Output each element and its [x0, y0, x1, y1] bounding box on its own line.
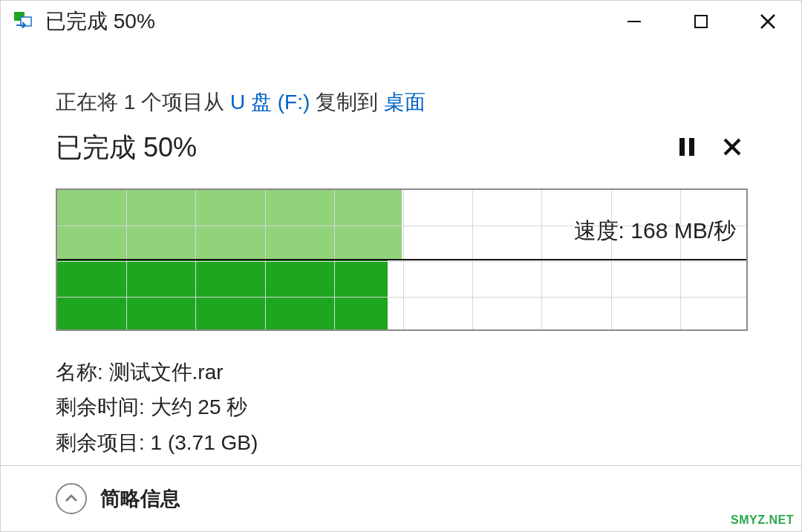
op-mid: 复制到	[310, 91, 384, 114]
status-controls	[677, 136, 746, 161]
minimize-button[interactable]	[601, 1, 668, 42]
minimize-icon	[625, 12, 644, 31]
maximize-button[interactable]	[668, 1, 734, 42]
toggle-details-label[interactable]: 简略信息	[100, 485, 180, 512]
detail-items: 剩余项目: 1 (3.71 GB)	[56, 427, 746, 459]
status-text: 已完成 50%	[56, 130, 197, 166]
titlebar-left: 已完成 50%	[14, 7, 155, 36]
op-prefix: 正在将 1 个项目从	[56, 91, 230, 114]
transfer-details: 名称: 测试文件.rar 剩余时间: 大约 25 秒 剩余项目: 1 (3.71…	[56, 356, 746, 459]
file-copy-dialog: 已完成 50% 正在将 1 个项目从 U 盘 (F:	[0, 0, 802, 532]
dialog-body: 正在将 1 个项目从 U 盘 (F:) 复制到 桌面 已完成 50%	[1, 42, 801, 459]
close-icon	[757, 11, 778, 32]
source-link[interactable]: U 盘 (F:)	[230, 91, 310, 114]
transfer-chart: 速度: 168 MB/秒	[56, 188, 746, 331]
svg-rect-7	[689, 138, 694, 156]
cancel-icon	[722, 137, 743, 157]
speed-label: 速度: 168 MB/秒	[574, 215, 736, 246]
window-controls	[601, 1, 801, 42]
dest-link[interactable]: 桌面	[384, 91, 426, 114]
cancel-button[interactable]	[722, 137, 743, 160]
svg-rect-6	[679, 138, 685, 156]
close-window-button[interactable]	[734, 1, 801, 42]
copy-icon	[14, 12, 36, 31]
status-row: 已完成 50%	[56, 130, 746, 166]
maximize-icon	[693, 13, 709, 30]
operation-line: 正在将 1 个项目从 U 盘 (F:) 复制到 桌面	[56, 88, 746, 116]
detail-time: 剩余时间: 大约 25 秒	[56, 391, 746, 423]
window-title: 已完成 50%	[45, 7, 155, 36]
pause-icon	[677, 136, 697, 158]
watermark: SMYZ.NET	[731, 513, 794, 527]
chart-fill-bottom	[57, 260, 388, 329]
chart-midline	[57, 259, 746, 260]
chart-fill-top	[57, 190, 402, 260]
detail-name: 名称: 测试文件.rar	[56, 356, 746, 388]
footer: 简略信息	[1, 466, 801, 531]
chevron-up-icon	[64, 491, 79, 506]
svg-rect-3	[695, 16, 707, 27]
titlebar: 已完成 50%	[1, 1, 801, 42]
pause-button[interactable]	[677, 136, 697, 161]
toggle-details-button[interactable]	[56, 483, 87, 514]
